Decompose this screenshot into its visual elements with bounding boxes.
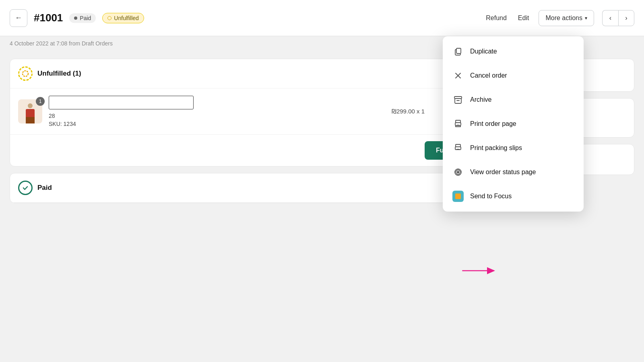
order-number: #1001 (34, 12, 63, 24)
mannequin-pants (26, 117, 35, 123)
cancel-icon (452, 70, 464, 81)
product-image-wrapper: 1 (18, 99, 42, 123)
product-sku: SKU: 1234 (49, 121, 385, 127)
dropdown-item-view-status[interactable]: View order status page (443, 160, 584, 184)
archive-icon (452, 94, 464, 105)
quantity-badge: 1 (36, 97, 45, 106)
back-icon: ← (15, 14, 22, 22)
dropdown-duplicate-label: Duplicate (470, 48, 497, 55)
dropdown-item-archive[interactable]: Archive (443, 88, 584, 112)
paid-icon (18, 181, 33, 195)
back-button[interactable]: ← (10, 9, 27, 27)
header: ← #1001 Paid Unfulfilled Refund Edit Mor… (0, 0, 644, 36)
arrow-svg (459, 265, 499, 277)
dropdown-print-packing-label: Print packing slips (470, 144, 522, 152)
unfulfilled-icon (18, 66, 33, 81)
more-actions-dropdown: Duplicate Cancel order Archive (443, 36, 584, 212)
edit-button[interactable]: Edit (516, 11, 531, 25)
more-actions-label: More actions (545, 14, 582, 22)
duplicate-icon (452, 46, 464, 57)
dropdown-cancel-label: Cancel order (470, 72, 507, 79)
svg-point-14 (457, 171, 459, 173)
product-price: ₪299.00 x 1 (392, 108, 425, 115)
left-panel: Unfulfilled (1) ••• (10, 52, 497, 360)
fulfill-area: Fulfill item (10, 134, 487, 166)
mannequin-head (28, 103, 33, 108)
mannequin-body (26, 109, 35, 117)
header-actions: Refund Edit More actions ▾ ‹ › (484, 10, 634, 26)
paid-card: Paid (10, 173, 488, 203)
dropdown-item-send-focus[interactable]: Send to Focus (443, 184, 584, 208)
dropdown-item-print-order[interactable]: Print order page (443, 112, 584, 136)
sku-label: SKU: (49, 121, 62, 127)
arrow-annotation (459, 265, 499, 278)
unfulfilled-title: Unfulfilled (1) (37, 70, 464, 78)
refund-button[interactable]: Refund (484, 11, 508, 25)
view-status-icon (452, 167, 464, 178)
dropdown-archive-label: Archive (470, 96, 491, 103)
paid-card-header: Paid (10, 173, 487, 203)
focus-inner-square (455, 193, 461, 199)
prev-button[interactable]: ‹ (602, 10, 618, 26)
print-order-icon (452, 118, 464, 130)
dropdown-item-cancel[interactable]: Cancel order (443, 64, 584, 88)
paid-badge: Paid (69, 13, 96, 23)
more-actions-button[interactable]: More actions ▾ (539, 10, 594, 26)
sku-value: 1234 (64, 121, 76, 127)
dropdown-item-print-packing[interactable]: Print packing slips (443, 136, 584, 160)
paid-title: Paid (37, 184, 479, 192)
dropdown-print-order-label: Print order page (470, 120, 516, 128)
svg-point-0 (23, 71, 28, 76)
product-row: 1 28 SKU: 1234 ₪299.00 x 1 ₪299.00 (10, 88, 487, 134)
unfulfilled-badge: Unfulfilled (102, 13, 144, 23)
nav-arrows: ‹ › (602, 10, 634, 26)
next-button[interactable]: › (618, 10, 634, 26)
dropdown-item-duplicate[interactable]: Duplicate (443, 39, 584, 64)
mannequin-leg-right (31, 117, 35, 123)
unfulfilled-card: Unfulfilled (1) ••• (10, 59, 488, 167)
svg-rect-2 (456, 48, 461, 53)
product-variant: 28 (49, 113, 385, 119)
unfulfilled-card-header: Unfulfilled (1) ••• (10, 59, 487, 88)
dropdown-send-focus-label: Send to Focus (470, 193, 512, 200)
mannequin-leg-left (26, 117, 30, 123)
caret-icon: ▾ (585, 15, 587, 21)
product-name-box (49, 96, 194, 109)
dropdown-view-status-label: View order status page (470, 169, 536, 176)
print-packing-icon (452, 142, 464, 154)
send-focus-icon (452, 191, 464, 202)
mannequin-figure (24, 103, 36, 123)
product-info: 28 SKU: 1234 (49, 96, 385, 127)
